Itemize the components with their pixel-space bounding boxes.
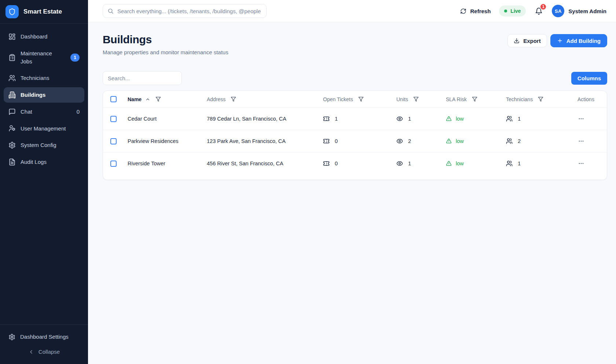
table-search-input[interactable] [103, 71, 182, 85]
live-status-badge: Live [499, 5, 526, 16]
refresh-label: Refresh [470, 8, 491, 14]
sla-risk-value: low [456, 161, 464, 166]
users-icon [506, 115, 513, 122]
column-header-name[interactable]: Name [128, 96, 142, 102]
column-header-sla-risk[interactable]: SLA Risk [446, 96, 467, 102]
sidebar-item-audit-logs[interactable]: Audit Logs [4, 154, 84, 170]
open-tickets-count: 0 [335, 161, 338, 166]
gear-icon [8, 141, 16, 149]
column-header-address[interactable]: Address [207, 96, 225, 102]
filter-icon[interactable] [358, 96, 364, 102]
export-button[interactable]: Export [507, 34, 547, 47]
building-address: 789 Cedar Ln, San Francisco, CA [207, 116, 323, 122]
collapse-button[interactable]: Collapse [4, 345, 84, 359]
sidebar-item-user-management[interactable]: User Management [4, 121, 84, 136]
sidebar-item-label: Dashboard [21, 33, 47, 41]
filter-icon[interactable] [538, 96, 543, 102]
table-toolbar: Columns [103, 71, 607, 85]
refresh-icon [460, 8, 466, 14]
open-tickets-count: 1 [335, 116, 338, 122]
table-row[interactable]: Cedar Court 789 Cedar Ln, San Francisco,… [103, 107, 607, 130]
user-name: System Admin [568, 8, 606, 14]
filter-icon[interactable] [231, 96, 236, 102]
building-name: Cedar Court [128, 116, 207, 122]
global-search-input[interactable] [103, 4, 267, 18]
ticket-icon [323, 160, 330, 167]
sidebar-item-system-config[interactable]: System Config [4, 137, 84, 153]
technicians-count: 1 [518, 161, 521, 166]
row-checkbox[interactable] [110, 116, 117, 122]
topbar-actions: Refresh Live 1 SA System Admin [460, 5, 606, 17]
add-building-button[interactable]: Add Building [550, 34, 607, 47]
sla-risk-value: low [456, 116, 464, 122]
main-column: Refresh Live 1 SA System Admin Buildings… [88, 0, 616, 364]
sidebar-item-label: Buildings [21, 91, 45, 99]
notifications-button[interactable]: 1 [534, 7, 543, 16]
users-icon [8, 74, 16, 82]
row-checkbox[interactable] [110, 161, 117, 167]
maintenance-jobs-badge: 1 [70, 54, 80, 62]
notification-count-badge: 1 [540, 3, 547, 10]
dashboard-settings-button[interactable]: Dashboard Settings [4, 329, 84, 345]
chat-icon [8, 108, 16, 115]
table-row[interactable]: Parkview Residences 123 Park Ave, San Fr… [103, 130, 607, 152]
building-icon [8, 91, 16, 99]
page-title: Buildings [103, 33, 228, 46]
shield-icon [8, 8, 16, 15]
sidebar-item-label: System Config [21, 141, 56, 149]
ticket-icon [323, 138, 330, 144]
global-search [103, 4, 267, 18]
row-actions-menu-icon[interactable] [578, 115, 607, 122]
refresh-button[interactable]: Refresh [460, 8, 491, 14]
open-tickets-count: 0 [335, 138, 338, 144]
dashboard-icon [8, 33, 16, 40]
export-label: Export [523, 38, 541, 44]
user-menu[interactable]: SA System Admin [552, 5, 606, 17]
column-header-technicians[interactable]: Technicians [506, 96, 533, 102]
eye-icon [396, 115, 403, 122]
sidebar-item-buildings[interactable]: Buildings [4, 87, 84, 103]
plus-icon [557, 38, 563, 44]
add-building-label: Add Building [566, 38, 601, 44]
sidebar-footer: Dashboard Settings Collapse [0, 324, 88, 364]
gear-icon [8, 334, 15, 341]
select-all-checkbox[interactable] [110, 96, 117, 102]
table-row[interactable]: Riverside Tower 456 River St, San Franci… [103, 152, 607, 174]
filter-icon[interactable] [472, 96, 477, 102]
user-cog-icon [8, 125, 16, 132]
sidebar-item-label: User Management [21, 125, 66, 133]
sort-asc-icon[interactable] [145, 97, 150, 102]
chevron-left-icon [28, 349, 34, 355]
topbar: Refresh Live 1 SA System Admin [88, 0, 616, 22]
sidebar-item-dashboard[interactable]: Dashboard [4, 29, 84, 44]
building-address: 456 River St, San Francisco, CA [207, 161, 323, 166]
units-count: 2 [408, 138, 411, 144]
sidebar: Smart Estate Dashboard Maintenance Jobs … [0, 0, 88, 364]
sidebar-item-technicians[interactable]: Technicians [4, 70, 84, 86]
row-checkbox[interactable] [110, 138, 117, 144]
avatar: SA [552, 5, 564, 17]
sidebar-item-label: Audit Logs [21, 158, 47, 166]
sidebar-item-chat[interactable]: Chat 0 [4, 104, 84, 120]
filter-icon[interactable] [413, 96, 419, 102]
sidebar-item-label: Chat [21, 108, 32, 116]
sidebar-item-maintenance-jobs[interactable]: Maintenance Jobs 1 [4, 46, 84, 69]
columns-button[interactable]: Columns [571, 72, 607, 85]
download-icon [514, 38, 520, 44]
filter-icon[interactable] [155, 96, 161, 102]
sla-risk-value: low [456, 138, 464, 144]
page-subtitle: Manage properties and monitor maintenanc… [103, 49, 228, 55]
column-header-units[interactable]: Units [396, 96, 408, 102]
table-header-row: Name Address Open Tickets Units S [103, 91, 607, 107]
column-header-open-tickets[interactable]: Open Tickets [323, 96, 353, 102]
row-actions-menu-icon[interactable] [578, 137, 607, 145]
row-actions-menu-icon[interactable] [578, 160, 607, 167]
collapse-label: Collapse [38, 349, 60, 355]
eye-icon [396, 160, 403, 167]
warning-triangle-icon [446, 161, 452, 166]
sidebar-item-label: Technicians [21, 74, 49, 82]
sidebar-nav: Dashboard Maintenance Jobs 1 Technicians… [0, 24, 88, 170]
technicians-count: 2 [518, 138, 521, 144]
file-text-icon [8, 158, 16, 166]
live-dot-icon [504, 10, 507, 12]
